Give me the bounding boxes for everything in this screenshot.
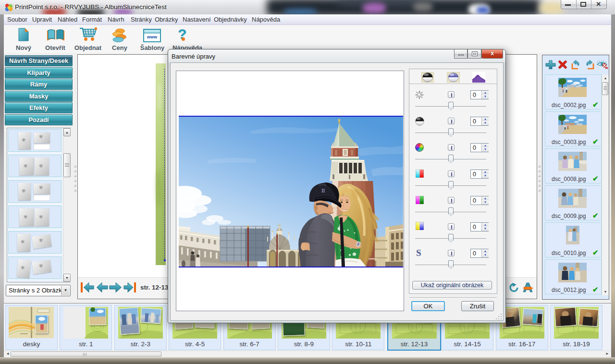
svg-text:www: www <box>147 35 158 39</box>
